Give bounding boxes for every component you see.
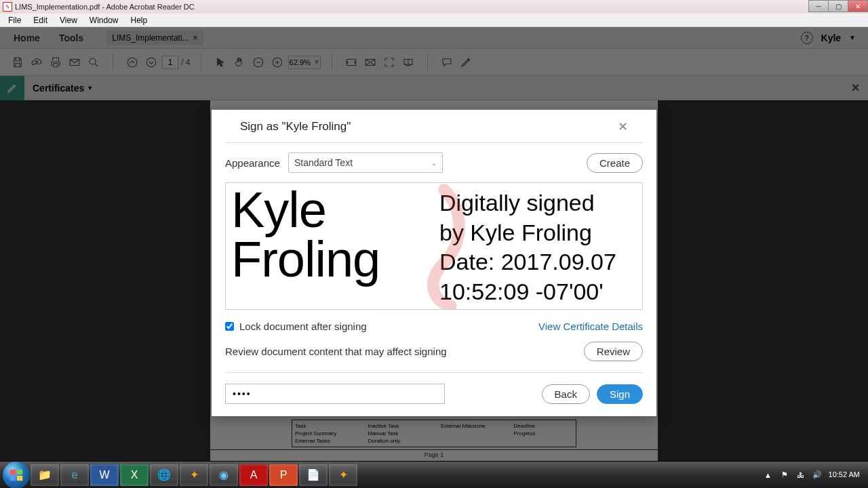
lock-document-label: Lock document after signing <box>239 321 367 332</box>
svg-rect-6 <box>17 469 22 474</box>
sign-dialog: Sign as "Kyle Froling" ✕ Appearance Stan… <box>212 110 656 416</box>
tray-flag-icon[interactable]: ⚑ <box>780 470 789 480</box>
taskbar-explorer-icon[interactable]: 📁 <box>31 464 59 486</box>
tray-expand-icon[interactable]: ▲ <box>764 470 773 480</box>
taskbar-word-icon[interactable]: W <box>90 464 119 486</box>
back-button[interactable]: Back <box>542 384 590 404</box>
taskbar-notepad-icon[interactable]: 📄 <box>299 464 328 486</box>
svg-rect-7 <box>10 475 16 480</box>
signature-name: Kyle Froling <box>226 183 437 309</box>
menu-file[interactable]: File <box>3 14 26 26</box>
signature-preview: Kyle Froling Digitally signed by Kyle Fr… <box>225 182 643 310</box>
taskbar-excel-icon[interactable]: X <box>120 464 149 486</box>
system-tray: ▲ ⚑ 🖧 🔊 10:52 AM <box>764 470 865 480</box>
tray-clock[interactable]: 10:52 AM <box>829 470 860 479</box>
taskbar-app1-icon[interactable]: ✦ <box>180 464 208 486</box>
taskbar-app2-icon[interactable]: ◉ <box>210 464 238 486</box>
menu-help[interactable]: Help <box>125 14 153 26</box>
create-button[interactable]: Create <box>587 153 643 173</box>
view-certificate-link[interactable]: View Certificate Details <box>538 321 643 332</box>
pdf-watermark-icon <box>417 183 471 309</box>
review-label: Review document content that may affect … <box>225 346 447 357</box>
taskbar: 📁 e W X 🌐 ✦ ◉ A P 📄 ✦ ▲ ⚑ 🖧 🔊 10:52 AM <box>0 461 868 488</box>
taskbar-chrome-icon[interactable]: 🌐 <box>150 464 178 486</box>
svg-rect-5 <box>10 469 16 474</box>
dialog-close-button[interactable]: ✕ <box>618 119 628 134</box>
tray-network-icon[interactable]: 🖧 <box>796 470 806 480</box>
menubar: File Edit View Window Help <box>0 14 868 27</box>
password-input[interactable] <box>225 384 445 404</box>
taskbar-ie-icon[interactable]: e <box>60 464 89 486</box>
window-titlebar: ✎ LIMS_Implementation.pdf - Adobe Acroba… <box>0 0 868 14</box>
chevron-down-icon: ⌄ <box>431 159 437 167</box>
menu-window[interactable]: Window <box>84 14 124 26</box>
sign-button[interactable]: Sign <box>597 384 643 404</box>
taskbar-powerpoint-icon[interactable]: P <box>269 464 298 486</box>
appearance-select[interactable]: Standard Text ⌄ <box>288 152 443 173</box>
review-button[interactable]: Review <box>584 342 643 361</box>
start-button[interactable] <box>3 462 30 489</box>
taskbar-app3-icon[interactable]: ✦ <box>329 464 357 486</box>
lock-document-checkbox[interactable] <box>225 322 234 331</box>
window-title: LIMS_Implementation.pdf - Adobe Acrobat … <box>15 3 195 11</box>
menu-view[interactable]: View <box>54 14 83 26</box>
svg-rect-8 <box>17 475 22 480</box>
window-close-button[interactable]: ✕ <box>848 0 868 12</box>
window-minimize-button[interactable]: ─ <box>808 0 829 12</box>
taskbar-acrobat-icon[interactable]: A <box>239 464 268 486</box>
appearance-label: Appearance <box>225 157 280 169</box>
pdf-app-icon: ✎ <box>3 2 12 12</box>
menu-edit[interactable]: Edit <box>28 14 53 26</box>
dialog-title: Sign as "Kyle Froling" <box>240 120 351 134</box>
appearance-value: Standard Text <box>294 157 353 168</box>
tray-volume-icon[interactable]: 🔊 <box>812 470 822 480</box>
window-maximize-button[interactable]: ▢ <box>828 0 848 12</box>
